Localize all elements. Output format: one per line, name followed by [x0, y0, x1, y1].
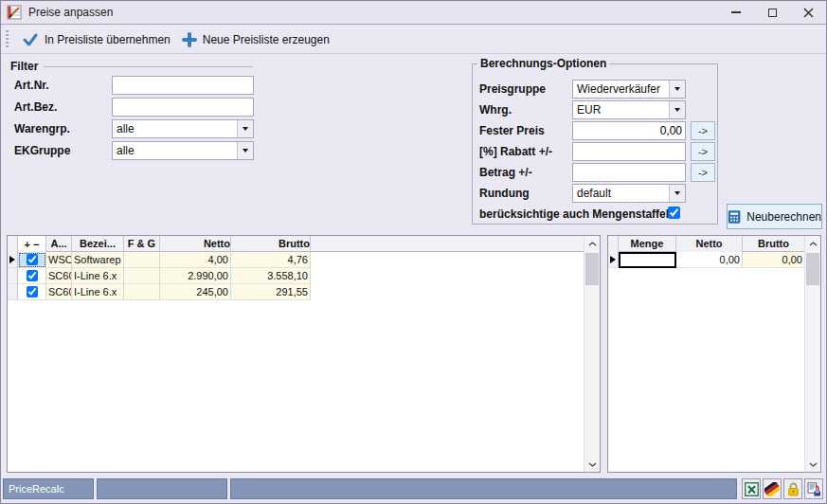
- scroll-up-icon[interactable]: [584, 236, 600, 251]
- preisgruppe-value: Wiederverkäufer: [577, 82, 660, 96]
- quantity-scale-table: Menge Netto Brutto 0,00 0,00: [607, 235, 821, 473]
- rundung-label: Rundung: [479, 184, 530, 203]
- row-marker-cell: [8, 268, 18, 284]
- artnr-input[interactable]: [112, 76, 254, 95]
- cell-artnr[interactable]: WSC: [46, 252, 72, 268]
- calculator-icon: [728, 209, 741, 225]
- statusbar: PriceRecalc: [1, 475, 826, 503]
- col-header-brutto[interactable]: Brutto: [231, 236, 311, 252]
- german-flag-icon: [764, 482, 780, 496]
- col-header-bezeichnung[interactable]: Bezei...: [72, 236, 124, 252]
- table-row[interactable]: WSC Softwarep 4,00 4,76: [8, 252, 600, 268]
- scroll-down-icon[interactable]: [584, 457, 600, 472]
- col-header-brutto[interactable]: Brutto: [743, 236, 805, 252]
- row-checkbox[interactable]: [27, 270, 38, 281]
- window-title: Preise anpassen: [28, 6, 113, 19]
- row-checkbox[interactable]: [27, 286, 38, 297]
- chevron-down-icon[interactable]: [669, 185, 685, 202]
- scrollbar-thumb[interactable]: [585, 253, 599, 285]
- betrag-apply-button[interactable]: ->: [691, 163, 715, 182]
- table-row[interactable]: SC60 I-Line 6.x 245,00 291,55: [8, 284, 600, 300]
- maximize-button[interactable]: [754, 1, 790, 24]
- row-checkbox-cell: [18, 284, 46, 300]
- minimize-icon: [731, 11, 741, 13]
- titlebar[interactable]: Preise anpassen: [1, 1, 826, 25]
- artbez-input[interactable]: [112, 98, 254, 117]
- upper-panel: Filter Art.Nr. Art.Bez. Warengrp. alle E…: [1, 55, 826, 234]
- fester-preis-input[interactable]: [572, 121, 686, 140]
- whrg-select[interactable]: EUR: [572, 100, 686, 119]
- cell-menge-editing[interactable]: [619, 252, 676, 268]
- excel-export-icon: [745, 482, 759, 496]
- row-checkbox[interactable]: [27, 254, 38, 265]
- rabatt-input[interactable]: [572, 142, 686, 161]
- cell-fg[interactable]: [124, 268, 160, 284]
- language-flag-button[interactable]: [763, 478, 782, 499]
- filter-section-header: Filter: [10, 60, 253, 73]
- col-header-artnr[interactable]: A...: [46, 236, 72, 252]
- col-header-menge[interactable]: Menge: [619, 236, 676, 252]
- minimize-button[interactable]: [718, 1, 754, 24]
- col-header-fg[interactable]: F & G: [124, 236, 160, 252]
- lock-button[interactable]: [783, 478, 802, 499]
- table-row[interactable]: 0,00 0,00: [608, 252, 820, 268]
- preisgruppe-select[interactable]: Wiederverkäufer: [572, 80, 686, 99]
- warengrp-select[interactable]: alle: [112, 119, 254, 138]
- create-pricelist-label: Neue Preisliste erzeugen: [203, 33, 330, 46]
- create-pricelist-button[interactable]: Neue Preisliste erzeugen: [176, 29, 335, 50]
- fester-preis-apply-button[interactable]: ->: [691, 121, 715, 140]
- cell-fg[interactable]: [124, 284, 160, 300]
- table-row[interactable]: SC60 I-Line 6.x 2.990,00 3.558,10: [8, 268, 600, 284]
- mengenstaffel-label: berücksichtige auch Mengenstaffel: [479, 205, 669, 224]
- cell-netto[interactable]: 245,00: [160, 284, 231, 300]
- cell-brutto[interactable]: 3.558,10: [231, 268, 311, 284]
- rabatt-apply-button[interactable]: ->: [691, 142, 715, 161]
- calculation-options-title: Berechnungs-Optionen: [477, 57, 609, 70]
- status-icon-buttons: [742, 478, 823, 499]
- cell-brutto[interactable]: 4,76: [231, 252, 311, 268]
- mengenstaffel-checkbox[interactable]: [668, 207, 680, 219]
- col-header-plusminus[interactable]: + −: [18, 236, 46, 252]
- cell-fg[interactable]: [124, 252, 160, 268]
- row-filler: [311, 268, 600, 284]
- status-panel-3: [230, 478, 737, 499]
- scroll-down-icon[interactable]: [805, 457, 820, 472]
- cell-bezeichnung[interactable]: I-Line 6.x: [72, 284, 124, 300]
- apply-to-pricelist-label: In Preisliste übernehmen: [45, 33, 171, 46]
- scroll-up-icon[interactable]: [805, 236, 820, 251]
- close-button[interactable]: [790, 1, 826, 24]
- current-row-marker-icon: [9, 256, 15, 263]
- preise-anpassen-window: Preise anpassen In Preisliste übernehmen: [0, 0, 827, 504]
- cell-brutto[interactable]: 291,55: [231, 284, 311, 300]
- cell-artnr[interactable]: SC60: [46, 268, 72, 284]
- vertical-scrollbar[interactable]: [804, 236, 820, 472]
- chevron-down-icon[interactable]: [669, 101, 685, 118]
- cell-bezeichnung[interactable]: I-Line 6.x: [72, 268, 124, 284]
- col-header-netto[interactable]: Netto: [160, 236, 231, 252]
- col-header-netto[interactable]: Netto: [676, 236, 743, 252]
- rabatt-label: [%] Rabatt +/-: [479, 142, 552, 161]
- chevron-down-icon[interactable]: [237, 120, 253, 137]
- chevron-down-icon[interactable]: [237, 142, 253, 159]
- toolbar-grip[interactable]: [6, 30, 9, 49]
- betrag-input[interactable]: [572, 163, 686, 182]
- cell-netto[interactable]: 0,00: [676, 252, 743, 268]
- rundung-select[interactable]: default: [572, 184, 686, 203]
- chevron-down-icon[interactable]: [669, 81, 685, 98]
- save-export-button[interactable]: [804, 478, 823, 499]
- recalculate-label: Neuberechnen: [746, 210, 821, 224]
- row-marker-cell: [8, 284, 18, 300]
- ekgruppe-select[interactable]: alle: [112, 141, 254, 160]
- cell-bezeichnung[interactable]: Softwarep: [72, 252, 124, 268]
- scrollbar-thumb[interactable]: [806, 253, 819, 285]
- excel-export-button[interactable]: [742, 478, 761, 499]
- apply-to-pricelist-button[interactable]: In Preisliste übernehmen: [16, 29, 176, 50]
- recalculate-button[interactable]: Neuberechnen: [727, 204, 822, 229]
- cell-brutto[interactable]: 0,00: [743, 252, 805, 268]
- status-panel-2: [97, 478, 227, 499]
- articles-table: + − A... Bezei... F & G Netto Brutto WSC…: [7, 235, 601, 473]
- cell-artnr[interactable]: SC60: [46, 284, 72, 300]
- cell-netto[interactable]: 4,00: [160, 252, 231, 268]
- cell-netto[interactable]: 2.990,00: [160, 268, 231, 284]
- vertical-scrollbar[interactable]: [584, 236, 600, 472]
